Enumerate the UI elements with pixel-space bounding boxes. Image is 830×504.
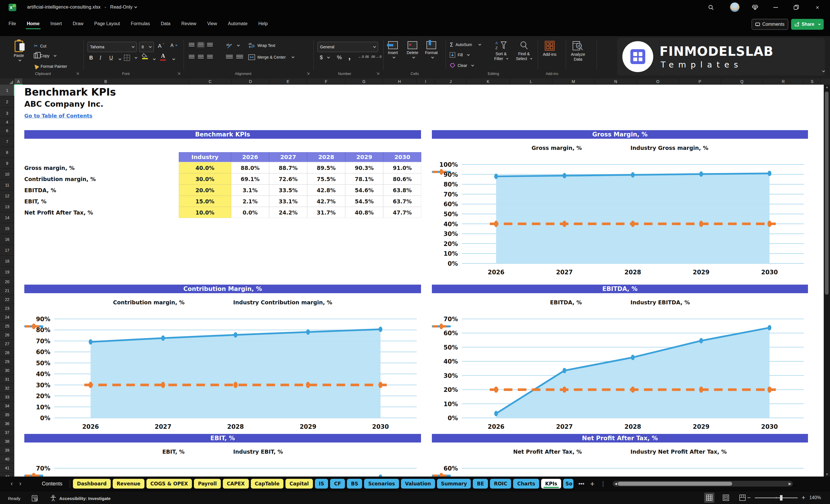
horizontal-scrollbar-thumb[interactable] xyxy=(618,482,732,486)
row-header-29[interactable]: 29 xyxy=(0,357,14,366)
row-header-9[interactable]: 9 xyxy=(0,158,14,169)
find-select-button[interactable]: Find &Select xyxy=(516,41,532,61)
increase-decimal-button[interactable]: ←.0 .00 xyxy=(358,54,369,59)
table-cell[interactable]: 88.0% xyxy=(231,162,269,174)
column-header-l[interactable]: L xyxy=(510,78,552,85)
clear-button[interactable]: Clear xyxy=(450,63,474,68)
italic-button[interactable]: I xyxy=(99,55,101,61)
menu-tab-automate[interactable]: Automate xyxy=(228,21,247,29)
table-cell[interactable]: 42.8% xyxy=(307,185,345,196)
addins-button[interactable]: Add-ins xyxy=(543,41,556,57)
font-dialog-launcher[interactable]: ⇲ xyxy=(177,71,180,75)
row-header-42[interactable]: 42 xyxy=(0,473,14,476)
page-break-view-icon[interactable] xyxy=(737,493,747,503)
column-header-m[interactable]: M xyxy=(552,78,595,85)
table-cell[interactable]: 47.7% xyxy=(383,207,421,218)
table-cell[interactable]: 33.5% xyxy=(269,185,307,196)
sheet-tab-capital[interactable]: Capital xyxy=(285,479,313,489)
table-cell[interactable]: 90.3% xyxy=(345,162,383,174)
vertical-align-buttons[interactable] xyxy=(189,43,213,47)
table-cell-industry[interactable]: 30.0% xyxy=(179,174,231,185)
insert-cells-button[interactable]: Insert xyxy=(388,41,398,59)
sheet-options-icon[interactable]: ⋮ xyxy=(600,480,606,487)
more-sheets-icon[interactable]: ••• xyxy=(578,480,584,487)
sheet-tab-be[interactable]: BE xyxy=(473,479,488,489)
column-header-s[interactable]: S xyxy=(804,78,821,85)
merge-center-button[interactable]: Merge & Center xyxy=(248,54,294,60)
font-color-button[interactable]: A xyxy=(160,53,166,61)
normal-view-icon[interactable] xyxy=(704,493,714,503)
row-header-33[interactable]: 33 xyxy=(0,393,14,402)
zoom-out-button[interactable]: − xyxy=(747,494,751,501)
comma-button[interactable]: , xyxy=(348,52,351,61)
sort-filter-button[interactable]: AZ Sort &Filter xyxy=(494,41,508,61)
fill-button[interactable]: Fill xyxy=(450,52,469,58)
table-cell-industry[interactable]: 20.0% xyxy=(179,185,231,196)
font-name-select[interactable]: Tahoma xyxy=(88,42,137,52)
table-cell[interactable]: 69.1% xyxy=(231,174,269,185)
sheet-tab-captable[interactable]: CapTable xyxy=(251,479,284,489)
row-header-38[interactable]: 38 xyxy=(0,437,14,446)
select-all-corner[interactable] xyxy=(0,78,14,85)
table-cell-industry[interactable]: 10.0% xyxy=(179,207,231,218)
menu-tab-file[interactable]: File xyxy=(8,21,16,29)
underline-button[interactable]: U xyxy=(109,55,113,61)
sheet-tab-cf[interactable]: CF xyxy=(330,479,345,489)
row-header-18[interactable]: 18 xyxy=(0,256,14,266)
prev-sheet-icon[interactable]: ‹ xyxy=(7,480,16,487)
column-header-j[interactable]: J xyxy=(435,78,467,85)
row-header-30[interactable]: 30 xyxy=(0,366,14,375)
sheet-tab-kpis[interactable]: KPIs xyxy=(541,479,561,489)
row-header-14[interactable]: 14 xyxy=(0,212,14,223)
spreadsheet-canvas[interactable]: Benchmark KPIs ABC Company Inc. Go to Ta… xyxy=(14,85,824,476)
row-header-27[interactable]: 27 xyxy=(0,340,14,348)
table-cell[interactable]: 63.7% xyxy=(383,196,421,207)
row-header-16[interactable]: 16 xyxy=(0,234,14,245)
scroll-down-icon[interactable]: ▼ xyxy=(825,473,829,476)
close-icon[interactable]: × xyxy=(812,2,823,12)
cut-button[interactable]: ✂ Cut xyxy=(34,43,46,49)
shrink-font-button[interactable]: A xyxy=(170,43,177,48)
decrease-decimal-button[interactable]: .00 →.0 xyxy=(371,54,382,59)
table-cell[interactable]: 89.5% xyxy=(307,162,345,174)
row-header-23[interactable]: 23 xyxy=(0,304,14,313)
vertical-scrollbar-thumb[interactable] xyxy=(825,92,829,295)
row-header-31[interactable]: 31 xyxy=(0,375,14,384)
column-header-p[interactable]: P xyxy=(679,78,721,85)
row-header-8[interactable]: 8 xyxy=(0,147,14,158)
chevron-down-icon[interactable] xyxy=(134,5,137,8)
scroll-right-icon[interactable]: ▶ xyxy=(789,482,791,486)
row-header-26[interactable]: 26 xyxy=(0,330,14,340)
number-format-select[interactable]: General xyxy=(317,42,378,52)
table-cell[interactable]: 40.8% xyxy=(345,207,383,218)
sheet-tab-revenue[interactable]: Revenue xyxy=(113,479,145,489)
menu-tab-page-layout[interactable]: Page Layout xyxy=(94,21,120,29)
column-header-a[interactable]: A xyxy=(14,78,23,85)
row-header-7[interactable]: 7 xyxy=(0,136,14,147)
column-header-q[interactable]: Q xyxy=(721,78,763,85)
scroll-up-icon[interactable]: ▲ xyxy=(825,85,829,89)
sheet-tab-cogs-opex[interactable]: COGS & OPEX xyxy=(147,479,192,489)
row-header-37[interactable]: 37 xyxy=(0,428,14,437)
row-header-2[interactable]: 2 xyxy=(0,96,14,107)
toc-link[interactable]: Go to Table of Contents xyxy=(24,113,92,119)
sheet-tab-valuation[interactable]: Valuation xyxy=(401,479,435,489)
alignment-dialog-launcher[interactable]: ⇲ xyxy=(307,71,310,75)
row-header-20[interactable]: 20 xyxy=(0,278,14,286)
fill-color-button[interactable] xyxy=(142,53,148,59)
table-cell[interactable]: 31.7% xyxy=(307,207,345,218)
font-color-chevron[interactable] xyxy=(172,58,175,60)
format-cells-button[interactable]: Format xyxy=(425,41,438,59)
row-headers[interactable]: 1234678910111213141516171819202122232425… xyxy=(0,85,14,476)
format-painter-button[interactable]: Format Painter xyxy=(34,64,67,69)
sheet-tab-is[interactable]: IS xyxy=(315,479,328,489)
column-header-h[interactable]: H xyxy=(383,78,416,85)
column-header-c[interactable]: C xyxy=(189,78,232,85)
underline-options-chevron[interactable] xyxy=(119,58,122,60)
table-cell[interactable]: 80.6% xyxy=(383,174,421,185)
row-header-25[interactable]: 25 xyxy=(0,322,14,330)
row-header-19[interactable]: 19 xyxy=(0,266,14,278)
macro-record-icon[interactable] xyxy=(32,495,39,501)
menu-tab-data[interactable]: Data xyxy=(161,21,170,29)
premium-diamond-icon[interactable] xyxy=(750,2,760,12)
